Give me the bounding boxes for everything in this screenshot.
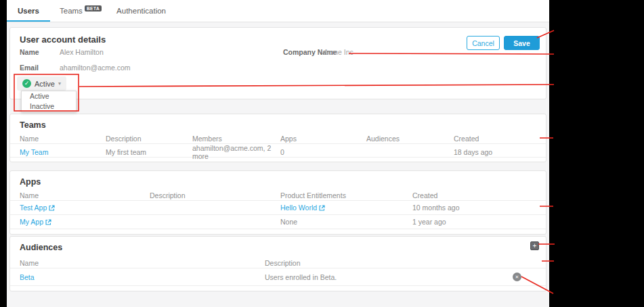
tab-authentication-label: Authentication [116, 7, 166, 15]
name-value: Alex Hamilton [60, 48, 104, 56]
entitlement-link[interactable]: Hello World [280, 204, 325, 212]
column-header-apps: Apps [280, 135, 366, 143]
remove-audience-button[interactable]: ✕ [513, 273, 521, 281]
column-header-description: Description [265, 259, 536, 267]
column-header-created: Created [412, 191, 536, 199]
name-label: Name [20, 48, 39, 56]
column-header-description: Description [150, 191, 280, 199]
external-link-icon [49, 205, 55, 211]
team-apps-count: 0 [280, 148, 366, 156]
app-name-link[interactable]: Test App [20, 204, 55, 212]
dropdown-option-active[interactable]: Active [22, 91, 76, 101]
teams-table-header: Name Description Members Apps Audiences … [10, 134, 546, 144]
chevron-down-icon: ▾ [58, 80, 61, 87]
plus-icon: + [533, 242, 537, 250]
save-button[interactable]: Save [504, 36, 540, 50]
page-title: User account details [20, 34, 106, 45]
teams-section-title: Teams [10, 114, 546, 130]
tab-bar: Users Teams BETA Authentication [7, 0, 549, 22]
teams-card: Teams Name Description Members Apps Audi… [9, 114, 546, 162]
team-members: ahamilton@acme.com, 2 more [192, 144, 280, 160]
app-created: 1 year ago [412, 218, 536, 226]
audiences-section-title: Audiences [10, 237, 546, 252]
status-dropdown[interactable]: ✓ Active ▾ [17, 76, 66, 91]
table-row: Test App Hello World 10 months ago [10, 201, 546, 215]
apps-section-title: Apps [10, 171, 546, 187]
column-header-audiences: Audiences [366, 135, 454, 143]
tab-authentication[interactable]: Authentication [116, 0, 166, 22]
status-dropdown-menu: Active Inactive [21, 91, 77, 112]
table-row: My App None 1 year ago [10, 215, 546, 229]
company-name-value: Acme Inc [324, 48, 353, 56]
column-header-name: Name [20, 259, 265, 267]
external-link-icon [319, 205, 325, 211]
apps-card: Apps Name Description Product Entitlemen… [9, 170, 546, 235]
tab-users[interactable]: Users [7, 0, 50, 22]
team-created: 18 days ago [454, 148, 536, 156]
email-label: Email [20, 64, 39, 72]
app-name-link[interactable]: My App [20, 218, 51, 226]
tab-teams[interactable]: Teams BETA [60, 0, 102, 22]
team-description: My first team [106, 148, 192, 156]
tab-teams-label: Teams [60, 7, 83, 15]
audience-description: Users enrolled in Beta. [265, 273, 536, 281]
column-header-created: Created [454, 135, 536, 143]
column-header-name: Name [20, 191, 150, 199]
audience-name-link[interactable]: Beta [20, 273, 35, 281]
table-row: Beta Users enrolled in Beta. ✕ [10, 268, 546, 286]
team-name-link[interactable]: My Team [20, 148, 48, 156]
column-header-name: Name [20, 135, 106, 143]
add-audience-button[interactable]: + [530, 241, 539, 250]
close-icon: ✕ [515, 275, 519, 279]
column-header-entitlements: Product Entitlements [280, 191, 412, 199]
user-details-card: User account details Cancel Save Name Al… [9, 27, 546, 99]
column-header-description: Description [106, 135, 192, 143]
audiences-table-header: Name Description [10, 258, 546, 268]
email-value: ahamilton@acme.com [60, 64, 131, 72]
tab-users-label: Users [18, 7, 39, 15]
app-created: 10 months ago [412, 204, 536, 212]
cancel-button[interactable]: Cancel [467, 36, 500, 50]
audiences-card: Audiences + Name Description Beta Users … [9, 236, 546, 291]
dropdown-option-inactive[interactable]: Inactive [22, 101, 76, 112]
column-header-members: Members [192, 135, 280, 143]
external-link-icon [45, 219, 51, 225]
table-row: My Team My first team ahamilton@acme.com… [10, 144, 546, 158]
active-check-icon: ✓ [22, 79, 31, 88]
app-panel: Users Teams BETA Authentication User acc… [7, 0, 549, 307]
status-selected-value: Active [35, 80, 55, 88]
apps-table-header: Name Description Product Entitlements Cr… [10, 191, 546, 201]
beta-badge: BETA [85, 5, 102, 11]
entitlement-none: None [280, 218, 412, 226]
